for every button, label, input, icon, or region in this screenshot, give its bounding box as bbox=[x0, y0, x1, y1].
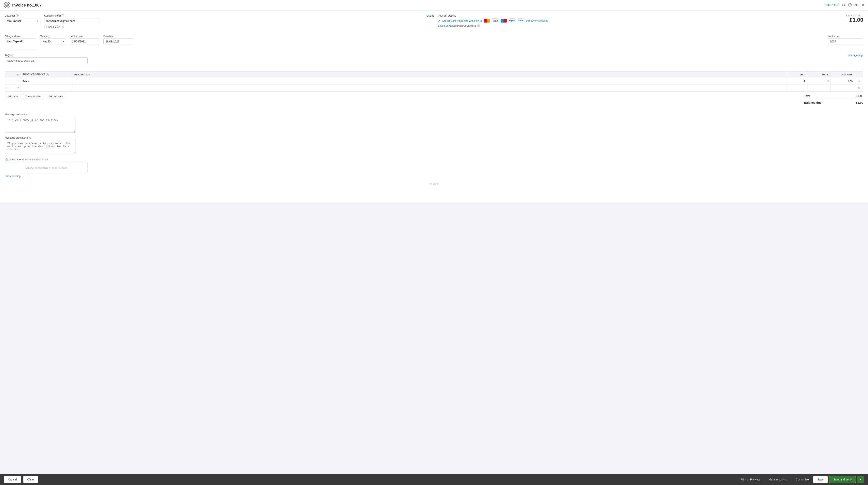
payment-options-label: Payment Options bbox=[438, 15, 828, 17]
description-input-2[interactable] bbox=[73, 87, 785, 90]
due-date-label: Due date bbox=[103, 35, 133, 38]
customer-help-icon[interactable]: ? bbox=[16, 15, 19, 17]
qty-input-2[interactable] bbox=[789, 87, 805, 90]
direct-debit-info-icon[interactable]: i bbox=[477, 24, 480, 27]
message-invoice-label: Message on invoice bbox=[5, 113, 863, 116]
add-lines-button[interactable]: Add lines bbox=[5, 94, 21, 99]
maestro-icon bbox=[500, 19, 507, 23]
qty-cell-2 bbox=[787, 85, 807, 92]
col-product: PRODUCT/SERVICE ? bbox=[21, 72, 72, 78]
qty-input-1[interactable] bbox=[789, 80, 805, 83]
edit-payment-options-link[interactable]: Edit payment options bbox=[526, 19, 548, 22]
email-help-icon[interactable]: ? bbox=[62, 15, 64, 17]
send-later-help-icon[interactable]: ? bbox=[61, 26, 64, 28]
delete-cell-1: 🗑 bbox=[855, 78, 863, 85]
clear-all-lines-button[interactable]: Clear all lines bbox=[23, 94, 44, 99]
customer-input[interactable] bbox=[5, 18, 40, 24]
manage-tags-link[interactable]: Manage tags bbox=[848, 54, 863, 57]
save-and-send-dropdown-button[interactable]: ▼ bbox=[857, 476, 864, 483]
billing-address-input[interactable] bbox=[5, 38, 36, 50]
invoice-no-input[interactable] bbox=[828, 38, 863, 45]
make-recurring-button[interactable]: Make recurring bbox=[767, 476, 789, 483]
customise-button[interactable]: Customise bbox=[794, 476, 811, 483]
close-button[interactable]: × bbox=[862, 3, 864, 8]
cc-bcc-link[interactable]: Cc/Bcc bbox=[427, 15, 434, 17]
direct-debit-link[interactable]: Set up Direct Debit with GoCardless bbox=[438, 25, 476, 27]
totals-section: Total £1.00 Balance due £1.00 bbox=[804, 94, 863, 105]
cancel-button[interactable]: Cancel bbox=[4, 476, 21, 483]
footer-right-buttons: Save Save and send ▼ bbox=[813, 476, 864, 483]
delete-cell-2: 🗑 bbox=[855, 85, 863, 92]
footer-spacer bbox=[5, 187, 863, 198]
message-invoice-section: Message on invoice bbox=[5, 113, 863, 133]
settings-icon[interactable]: ⚙ bbox=[842, 3, 845, 7]
customer-email-input[interactable] bbox=[44, 18, 99, 24]
message-statement-input[interactable] bbox=[5, 140, 76, 154]
product-cell-1 bbox=[21, 78, 72, 85]
visa-icon: VISA bbox=[492, 18, 499, 23]
send-later-checkbox-row: Send later ? bbox=[44, 26, 434, 28]
terms-select[interactable]: Net 30 Net 15 Net 60 Due on receipt Cust… bbox=[40, 38, 66, 45]
drag-handle-icon-2[interactable]: ⠿ bbox=[6, 86, 8, 90]
terms-help-icon[interactable]: ? bbox=[48, 35, 50, 38]
col-delete bbox=[855, 72, 863, 78]
help-circle-icon: ? bbox=[848, 3, 852, 7]
terms-field-group: Terms ? Net 30 Net 15 Net 60 Due on rece… bbox=[40, 35, 66, 45]
svg-text:Q: Q bbox=[6, 4, 8, 6]
amount-cell-2 bbox=[831, 85, 855, 92]
clear-button[interactable]: Clear bbox=[23, 476, 38, 483]
due-date-input[interactable] bbox=[103, 38, 133, 45]
save-button[interactable]: Save bbox=[813, 476, 828, 483]
accept-card-link[interactable]: Accept Card Payments with PayPal bbox=[442, 19, 482, 22]
total-row: Total £1.00 bbox=[804, 94, 863, 98]
terms-select-wrapper: Net 30 Net 15 Net 60 Due on receipt Cust… bbox=[40, 38, 66, 45]
top-form-row: Customer ? ▼ Customer email ? Cc/Bcc Sen… bbox=[5, 15, 863, 28]
drag-handle-cell: ⠿ bbox=[5, 78, 13, 85]
header-right: Take a tour ⚙ ? Help × bbox=[825, 3, 864, 8]
col-description: DESCRIPTION bbox=[72, 72, 787, 78]
delete-row-1-button[interactable]: 🗑 bbox=[856, 79, 862, 83]
table-actions: Add lines Clear all lines Add subtotal bbox=[5, 94, 66, 99]
send-later-label: Send later bbox=[48, 26, 60, 28]
customer-field-group: Customer ? ▼ bbox=[5, 15, 40, 24]
col-drag bbox=[5, 72, 13, 78]
delete-row-2-button[interactable]: 🗑 bbox=[856, 86, 862, 90]
col-num: # bbox=[13, 72, 21, 78]
invoice-date-input[interactable] bbox=[70, 38, 99, 45]
rate-input-2[interactable] bbox=[809, 87, 829, 90]
amount-value-1: 1.00 bbox=[848, 80, 852, 83]
take-tour-link[interactable]: Take a tour bbox=[825, 4, 839, 7]
message-invoice-input[interactable] bbox=[5, 117, 76, 133]
totals-table: Total £1.00 Balance due £1.00 bbox=[804, 94, 863, 105]
drop-zone[interactable]: Drag/Drop files here or click the icon bbox=[5, 162, 88, 173]
product-help-icon[interactable]: ? bbox=[46, 73, 49, 76]
balance-due-amount: £1.00 bbox=[832, 17, 863, 23]
invoice-date-label: Invoice date bbox=[70, 35, 99, 38]
payment-row: ✔ Accept Card Payments with PayPal VISA … bbox=[438, 18, 828, 23]
drop-zone-text: Drag/Drop files here or click the icon bbox=[26, 166, 67, 169]
send-later-checkbox[interactable] bbox=[44, 26, 47, 28]
attachments-section: 📎 Attachments Maximum size: 20MB Drag/Dr… bbox=[5, 158, 863, 177]
balance-due-label: BALANCE DUE bbox=[832, 15, 863, 17]
product-cell-2 bbox=[21, 85, 72, 92]
page-title: Invoice no.1007 bbox=[12, 3, 42, 7]
save-and-send-button[interactable]: Save and send bbox=[829, 476, 856, 483]
help-link[interactable]: ? Help bbox=[848, 3, 858, 7]
app-logo: Q bbox=[4, 2, 10, 8]
header: Q Invoice no.1007 Take a tour ⚙ ? Help × bbox=[0, 0, 868, 10]
description-input-1[interactable] bbox=[73, 80, 785, 83]
add-subtotal-button[interactable]: Add subtotal bbox=[46, 94, 66, 99]
tags-input[interactable] bbox=[5, 57, 88, 64]
payment-options-section: Payment Options ✔ Accept Card Payments w… bbox=[438, 15, 828, 27]
print-preview-button[interactable]: Print or Preview bbox=[738, 476, 762, 483]
show-existing-link[interactable]: Show existing bbox=[5, 175, 863, 177]
footer-bar: Cancel Clear Print or Preview Make recur… bbox=[0, 474, 868, 485]
product-input-2[interactable] bbox=[22, 87, 70, 90]
attachments-header: 📎 Attachments Maximum size: 20MB bbox=[5, 158, 863, 161]
rate-input-1[interactable] bbox=[809, 80, 829, 83]
drag-handle-icon[interactable]: ⠿ bbox=[6, 80, 8, 83]
help-label: Help bbox=[852, 4, 858, 7]
footer-center-buttons: Print or Preview Make recurring Customis… bbox=[738, 476, 811, 483]
product-input-1[interactable] bbox=[22, 80, 70, 83]
tags-help-icon[interactable]: ? bbox=[11, 54, 14, 56]
